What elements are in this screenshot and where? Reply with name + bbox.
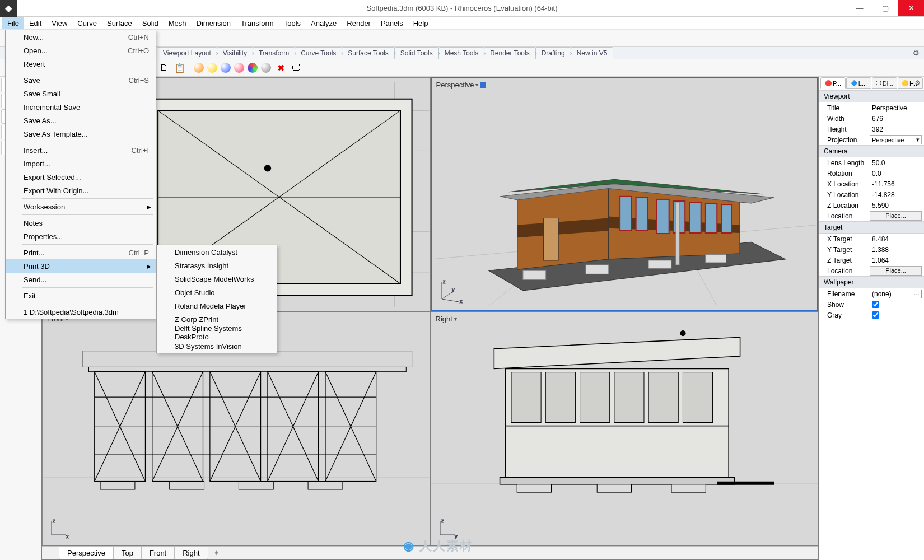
property-value[interactable]: 392 [870,125,924,133]
submenuitem[interactable]: Delft Spline Systems DeskProto [157,326,277,339]
minimize-button[interactable]: — [847,0,872,16]
gear-icon[interactable]: ⚙ [913,49,920,57]
menuitem[interactable]: Save As Template... [6,127,156,141]
close-button[interactable]: ✕ [898,0,924,16]
viewport-label[interactable]: Perspective ▾ [436,81,486,89]
submenuitem[interactable]: Dimension Catalyst [157,245,277,259]
viewport-label[interactable]: Right ▾ [436,315,457,323]
tooltab[interactable]: Visibility [217,47,253,59]
render-sphere-icon[interactable] [234,63,244,73]
axis-indicator: z y [436,517,458,540]
place-button[interactable]: Place... [870,211,922,221]
render-sphere-icon[interactable] [207,63,217,73]
browse-button[interactable]: … [912,290,922,298]
property-value[interactable]: 1.388 [870,246,924,254]
menuitem[interactable]: Save As... [6,114,156,127]
tooltab[interactable]: Render Tools [484,47,536,59]
panel-tab[interactable]: 🔴P... [820,77,846,89]
property-row: Width676 [819,113,924,124]
toolbar-button[interactable]: ✖ [273,60,288,75]
menuitem[interactable]: SaveCtrl+S [6,73,156,87]
menuitem[interactable]: Import... [6,157,156,170]
menuitem[interactable]: Print...Ctrl+P [6,246,156,259]
submenuitem[interactable]: Roland Modela Player [157,299,277,312]
menuitem[interactable]: Notes [6,216,156,230]
menu-transform[interactable]: Transform [236,17,279,29]
menuitem[interactable]: New...Ctrl+N [6,30,156,44]
viewport-perspective[interactable]: Perspective ▾ [431,77,819,311]
menu-edit[interactable]: Edit [24,17,46,29]
menuitem[interactable]: Exit [6,289,156,302]
tooltab[interactable]: New in V5 [571,47,614,59]
render-sphere-icon[interactable] [261,63,271,73]
viewport-tab-front[interactable]: Front [141,547,175,559]
render-sphere-icon[interactable] [248,63,258,73]
menu-analyze[interactable]: Analyze [306,17,342,29]
maximize-button[interactable]: ▢ [872,0,898,16]
checkbox[interactable] [872,301,879,308]
menu-help[interactable]: Help [408,17,433,29]
panel-tab[interactable]: 🔷L... [846,77,871,89]
menuitem[interactable]: Open...Ctrl+O [6,44,156,57]
menu-surface[interactable]: Surface [102,17,137,29]
menuitem[interactable]: Worksession▶ [6,200,156,213]
tooltab[interactable]: Solid Tools [394,47,439,59]
panel-tab[interactable]: 🖵Di... [872,77,897,89]
menuitem[interactable]: Export With Origin... [6,184,156,197]
menu-panels[interactable]: Panels [376,17,408,29]
submenuitem[interactable]: 3D Systems InVision [157,339,277,353]
render-sphere-icon[interactable] [194,63,204,73]
tooltab[interactable]: Surface Tools [342,47,395,59]
menu-render[interactable]: Render [342,17,376,29]
menu-file[interactable]: File [2,17,24,29]
menu-view[interactable]: View [46,17,72,29]
toolbar-button[interactable]: 🗋 [157,60,171,75]
toolbar-button[interactable]: 📋 [172,60,187,75]
menu-dimension[interactable]: Dimension [192,17,236,29]
menu-curve[interactable]: Curve [72,17,102,29]
tooltab[interactable]: Drafting [535,47,571,59]
menuitem[interactable]: Revert [6,57,156,71]
submenuitem[interactable]: Objet Studio [157,286,277,299]
property-value[interactable]: 0.0 [870,170,924,178]
tooltab[interactable]: Curve Tools [295,47,342,59]
submenuitem[interactable]: SolidScape ModelWorks [157,272,277,286]
menu-tools[interactable]: Tools [279,17,306,29]
menuitem[interactable]: Send... [6,273,156,286]
tooltab[interactable]: Mesh Tools [438,47,484,59]
checkbox[interactable] [872,311,879,319]
titlebar: ◆ Softpedia.3dm (6003 KB) - Rhinoceros (… [0,0,924,17]
submenuitem[interactable]: Stratasys Insight [157,259,277,272]
menuitem[interactable]: 1 D:\Softpedia\Softpedia.3dm [6,305,156,319]
property-value[interactable]: 1.064 [870,256,924,264]
viewport-tab-right[interactable]: Right [174,547,208,559]
property-value[interactable]: -11.756 [870,180,924,188]
menuitem[interactable]: Save Small [6,87,156,100]
menu-mesh[interactable]: Mesh [164,17,192,29]
menu-solid[interactable]: Solid [137,17,164,29]
property-row: Y Location-14.828 [819,189,924,200]
place-button[interactable]: Place... [870,266,922,276]
menuitem[interactable]: Export Selected... [6,170,156,184]
dropdown[interactable]: Perspective▾ [870,135,922,144]
tooltab[interactable]: Transform [253,47,295,59]
tooltab[interactable]: Viewport Layout [157,47,217,59]
property-value[interactable]: Perspective [870,104,924,112]
monitor-icon[interactable]: 🖵 [289,60,304,75]
property-value[interactable]: -14.828 [870,191,924,199]
property-row: Y Target1.388 [819,244,924,255]
property-value[interactable]: 50.0 [870,159,924,167]
menuitem[interactable]: Print 3D▶ [6,259,156,273]
property-value[interactable]: 676 [870,115,924,123]
property-value[interactable]: 5.590 [870,202,924,209]
render-sphere-icon[interactable] [221,63,231,73]
viewport-right[interactable]: Right ▾ [431,312,819,546]
menuitem[interactable]: Incremental Save [6,100,156,114]
add-viewport-tab[interactable]: ✦ [208,547,225,559]
property-row: Show [819,299,924,310]
viewport-tab-top[interactable]: Top [113,547,142,559]
menuitem[interactable]: Properties... [6,230,156,243]
property-value[interactable]: 8.484 [870,235,924,243]
menuitem[interactable]: Insert...Ctrl+I [6,143,156,157]
viewport-tab-perspective[interactable]: Perspective [59,547,114,559]
